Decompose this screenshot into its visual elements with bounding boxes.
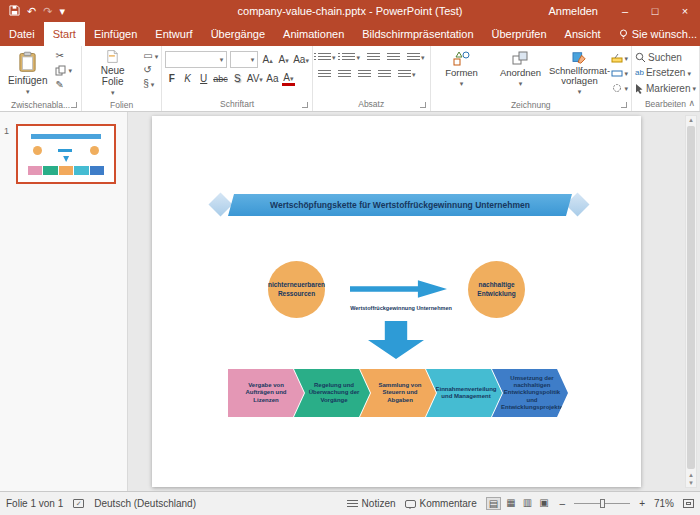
slide-title-banner[interactable]: Wertschöpfungskette für Wertstoffrückgew… — [228, 194, 572, 216]
normal-view-button[interactable]: ▤ — [486, 497, 501, 510]
arrow-caption[interactable]: Wertstoffrückgewinnung Unternehmen — [331, 305, 471, 312]
maximize-button[interactable]: □ — [640, 0, 670, 22]
font-color-button[interactable]: A▾ — [282, 72, 295, 86]
case-button[interactable]: Aa — [266, 72, 279, 86]
paragraph-dialog-launcher-icon[interactable] — [420, 102, 426, 108]
chevron-step-1[interactable]: Vergabe von Aufträgen und Lizenzen — [228, 369, 304, 417]
reading-view-button[interactable]: ▥ — [521, 497, 534, 510]
replace-button[interactable]: ab Ersetzen ▾ — [635, 68, 696, 78]
text-shadow-button[interactable]: S — [231, 72, 244, 86]
zoom-slider[interactable] — [574, 503, 630, 504]
sign-in-button[interactable]: Anmelden — [536, 5, 610, 17]
chevron-step-4[interactable]: Einnahmenverteilung und Management — [426, 369, 502, 417]
save-icon[interactable] — [9, 5, 20, 18]
zoom-in-button[interactable]: + — [639, 498, 645, 509]
vertical-scrollbar[interactable]: ▴ ▴ ▾ — [685, 115, 697, 488]
italic-button[interactable]: K — [181, 72, 194, 86]
tab-ansicht[interactable]: Ansicht — [556, 22, 610, 46]
tab-einfuegen[interactable]: Einfügen — [85, 22, 146, 46]
zoom-slider-handle[interactable] — [600, 499, 605, 508]
line-spacing-button[interactable]: ▾ — [405, 51, 427, 64]
align-center-button[interactable] — [336, 68, 353, 81]
notes-button[interactable]: Notizen — [347, 498, 396, 509]
shape-fill-button[interactable]: ▾ — [611, 53, 629, 63]
chevron-step-3[interactable]: Sammlung von Steuern und Abgaben — [360, 369, 436, 417]
scroll-up-icon[interactable]: ▴ — [689, 116, 693, 124]
shape-outline-caret-icon: ▾ — [625, 70, 629, 77]
arrange-button[interactable]: Anordnen ▾ — [493, 48, 549, 98]
clipboard-dialog-launcher-icon[interactable] — [71, 102, 77, 108]
reset-button[interactable]: ↺ — [143, 65, 158, 75]
tab-uebergaenge[interactable]: Übergänge — [202, 22, 274, 46]
zoom-out-button[interactable]: – — [560, 498, 566, 509]
cut-button[interactable]: ✂ — [55, 51, 72, 61]
layout-button[interactable]: ▭▾ — [143, 51, 158, 61]
next-slide-icon[interactable]: ▾ — [689, 479, 693, 487]
chevron-step-5[interactable]: Umsetzung der nachhaltigen Entwicklungsp… — [492, 369, 568, 417]
shapes-label: Formen — [445, 68, 478, 78]
increase-indent-icon — [387, 53, 400, 62]
scrollbar-thumb[interactable] — [687, 126, 695, 469]
format-painter-button[interactable]: ✎ — [55, 80, 72, 90]
find-button[interactable]: Suchen — [635, 52, 696, 63]
right-arrow-shape[interactable] — [350, 279, 447, 299]
comments-button[interactable]: Kommentare — [405, 498, 477, 509]
previous-slide-icon[interactable]: ▴ — [689, 471, 693, 479]
chevron-step-2[interactable]: Regelung und Überwachung der Vorgänge — [294, 369, 370, 417]
shapes-button[interactable]: Formen ▾ — [434, 48, 490, 98]
justify-button[interactable] — [376, 68, 393, 81]
font-dialog-launcher-icon[interactable] — [302, 102, 308, 108]
shrink-font-button[interactable]: A▾ — [277, 53, 290, 67]
slideshow-view-button[interactable]: ▣ — [537, 497, 550, 510]
select-button[interactable]: Markieren ▾ — [635, 83, 696, 94]
zoom-percent[interactable]: 71% — [654, 498, 674, 509]
font-name-select[interactable]: ▾ — [165, 51, 227, 68]
numbering-button[interactable]: ▾ — [340, 51, 362, 64]
shape-outline-button[interactable]: ▾ — [611, 68, 629, 78]
collapse-ribbon-icon[interactable]: ∧ — [688, 98, 695, 108]
drawing-dialog-launcher-icon[interactable] — [621, 102, 627, 108]
undo-icon[interactable]: ↶ — [27, 6, 36, 17]
down-arrow-shape[interactable] — [368, 321, 424, 359]
section-button[interactable]: §▾ — [143, 79, 158, 89]
qat-customize-caret-icon[interactable]: ▾ — [59, 6, 65, 17]
redo-icon[interactable]: ↷ — [43, 6, 52, 17]
left-circle-shape[interactable]: nichterneuerbaren Ressourcen — [268, 261, 325, 318]
slide[interactable]: Wertschöpfungskette für Wertstoffrückgew… — [152, 116, 641, 487]
decrease-indent-button[interactable] — [365, 51, 382, 64]
minimize-button[interactable]: – — [610, 0, 640, 22]
slide-indicator[interactable]: Folie 1 von 1 — [6, 498, 63, 509]
tab-datei[interactable]: Datei — [0, 22, 44, 46]
align-right-button[interactable] — [356, 68, 373, 81]
tab-start[interactable]: Start — [44, 22, 85, 46]
language-button[interactable]: Deutsch (Deutschland) — [94, 498, 196, 509]
columns-button[interactable]: ▾ — [396, 68, 418, 81]
fit-to-window-icon[interactable] — [683, 499, 694, 508]
character-spacing-button[interactable]: AV▾ — [247, 72, 263, 86]
font-size-select[interactable]: ▾ — [230, 51, 258, 68]
increase-indent-button[interactable] — [385, 51, 402, 64]
tab-bildschirmpraesentation[interactable]: Bildschirmpräsentation — [353, 22, 482, 46]
tab-tellme[interactable]: Sie wünsch... — [610, 22, 700, 46]
slide-thumbnail[interactable] — [16, 124, 116, 184]
tab-entwurf[interactable]: Entwurf — [146, 22, 201, 46]
copy-button[interactable]: ▾ — [55, 65, 72, 76]
close-button[interactable]: × — [670, 0, 700, 22]
new-slide-button[interactable]: Neue Folie ▾ — [85, 48, 140, 98]
right-circle-shape[interactable]: nachhaltige Entwicklung — [468, 261, 525, 318]
strikethrough-button[interactable]: abc — [213, 72, 228, 86]
paste-button[interactable]: Einfügen ▾ — [3, 48, 52, 98]
tab-ueberpruefen[interactable]: Überprüfen — [483, 22, 556, 46]
slide-sorter-view-button[interactable]: ▦ — [504, 497, 517, 510]
quick-styles-button[interactable]: Schnellformat-vorlagen ▾ — [552, 48, 608, 98]
underline-button[interactable]: U — [197, 72, 210, 86]
spellcheck-button[interactable]: ✓ — [73, 499, 84, 508]
align-left-button[interactable] — [316, 68, 333, 81]
window-title: company-value-chain.pptx - PowerPoint (T… — [238, 5, 463, 17]
shape-effects-button[interactable]: ▾ — [611, 83, 629, 93]
bullets-button[interactable]: ▾ — [316, 51, 338, 64]
change-case-button[interactable]: Aa▾ — [293, 53, 309, 67]
grow-font-button[interactable]: A▴ — [261, 53, 274, 67]
tab-animationen[interactable]: Animationen — [274, 22, 353, 46]
bold-button[interactable]: F — [165, 72, 178, 86]
